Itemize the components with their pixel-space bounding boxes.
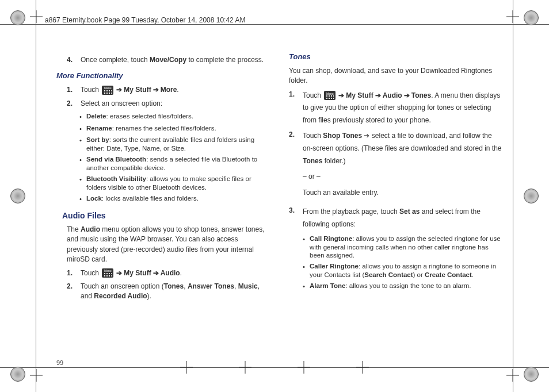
t2-b1: Shop Tones <box>323 132 362 140</box>
af1-b2: Audio <box>161 269 180 277</box>
bullet-dot: • <box>303 262 310 279</box>
af1-touch: Touch <box>81 269 101 277</box>
bullet-lock: •Lock: locks available files and folders… <box>79 194 269 204</box>
t3-b: Set as <box>399 207 420 216</box>
crop-target-br <box>524 367 539 382</box>
af-step-2: 2. Touch an onscreen option (Tones, Answ… <box>67 282 269 302</box>
af2-body: Touch an onscreen option (Tones, Answer … <box>81 282 269 302</box>
crop-plus-b3 <box>298 361 310 374</box>
step-4-body: Once complete, touch Move/Copy to comple… <box>81 55 269 65</box>
bullet-lock-b: Lock <box>86 195 102 202</box>
alarm-b: Alarm Tone <box>310 282 345 289</box>
t1-touch: Touch <box>303 91 323 99</box>
af2-b4: Recorded Audio <box>94 292 147 300</box>
t2-b2: Tones <box>303 157 322 165</box>
arrow-icon: ➔ <box>375 90 381 102</box>
mf1-touch: Touch <box>81 86 101 94</box>
menu-icon <box>102 86 113 95</box>
bullet-dot: • <box>79 112 86 122</box>
af2-b2: Answer Tones <box>188 282 234 290</box>
crop-target-ml <box>10 189 25 203</box>
t2-pre: Touch <box>303 132 323 140</box>
callerring-mid: ) or <box>413 271 425 278</box>
t1-b3: Tones <box>411 91 431 99</box>
menu-icon <box>324 91 336 100</box>
t2-touch-avail: Touch an available entry. <box>303 187 502 199</box>
af2-c2: , <box>234 282 238 290</box>
t1-num: 1. <box>289 90 303 127</box>
mf1-end: . <box>177 86 178 94</box>
t2-num: 2. <box>289 130 303 199</box>
bullet-dot: • <box>79 175 86 192</box>
af1-end: . <box>180 269 182 277</box>
crop-plus-tl <box>30 10 43 23</box>
bullet-callerring: •Caller Ringtone: allows you to assign a… <box>303 262 502 279</box>
tones-heading: Tones <box>289 52 502 63</box>
crop-plus-br <box>506 369 519 382</box>
tones-intro: You can shop, download, and save to your… <box>289 66 502 86</box>
arrow-icon: ➔ <box>116 268 122 278</box>
audio-files-heading: Audio Files <box>62 210 269 221</box>
mf2-body: Select an onscreen option: <box>81 99 269 109</box>
bullet-rename: •Rename: renames the selected files/fold… <box>79 124 269 134</box>
crop-plus-b2 <box>239 361 251 374</box>
af2-b1: Tones <box>164 282 184 290</box>
bullet-sortby-b: Sort by <box>86 136 109 143</box>
menu-icon <box>102 268 113 278</box>
bullet-callring: •Call Ringtone: allows you to assign the… <box>303 235 502 260</box>
af2-b3: Music <box>238 282 258 290</box>
audio-para-pre: The <box>67 225 81 233</box>
callring-b: Call Ringtone <box>310 235 352 242</box>
step-4-post: to complete the process. <box>186 56 264 64</box>
t1-body: Touch ➔ My Stuff ➔ Audio ➔ Tones. A menu… <box>303 90 502 127</box>
step-4-num: 4. <box>67 55 81 65</box>
page-content: 4. Once complete, touch Move/Copy to com… <box>56 52 502 358</box>
bullet-btvis-b: Bluetooth Visibility <box>86 175 146 182</box>
t2-or: – or – <box>303 171 502 183</box>
audio-para: The Audio menu option allows you to shop… <box>67 225 269 265</box>
callerring-b: Caller Ringtone <box>310 263 359 270</box>
af1-num: 1. <box>67 268 81 278</box>
mf1-b2: More <box>161 86 177 94</box>
left-column: 4. Once complete, touch Move/Copy to com… <box>56 52 269 358</box>
bullet-btvis: •Bluetooth Visibility: allows you to mak… <box>79 175 269 192</box>
callerring-end: . <box>472 271 474 278</box>
arrow-icon: ➔ <box>153 85 159 95</box>
af2-pre: Touch an onscreen option ( <box>81 282 164 290</box>
bullet-delete-b: Delete <box>86 113 106 120</box>
crop-plus-tr <box>506 10 519 23</box>
mf-step-1: 1. Touch ➔ My Stuff ➔ More. <box>67 85 269 95</box>
page-header-strip: a867 Eternity.book Page 99 Tuesday, Octo… <box>45 16 245 24</box>
step-4-bold: Move/Copy <box>150 56 186 64</box>
af1-body: Touch ➔ My Stuff ➔ Audio. <box>81 268 269 278</box>
bullet-dot: • <box>79 194 86 204</box>
t-step-1: 1. Touch ➔ My Stuff ➔ Audio ➔ Tones. A m… <box>289 90 502 127</box>
crop-target-mr <box>524 189 539 203</box>
arrow-icon: ➔ <box>153 268 159 278</box>
mf1-body: Touch ➔ My Stuff ➔ More. <box>81 85 269 95</box>
bullet-dot: • <box>79 136 86 153</box>
crop-line-right <box>513 0 513 392</box>
bullet-rename-t: : renames the selected files/folders. <box>112 125 216 132</box>
bullet-delete-t: : erases selected files/folders. <box>106 113 194 120</box>
bullet-rename-b: Rename <box>86 125 112 132</box>
crop-line-left <box>36 0 36 392</box>
bullet-alarm: •Alarm Tone: allows you to assign the to… <box>303 282 502 291</box>
af2-num: 2. <box>67 282 81 302</box>
callerring-b3: Create Contact <box>425 271 472 278</box>
af2-c1: , <box>184 282 188 290</box>
t2-post: folder.) <box>322 157 345 165</box>
crop-target-tr <box>524 10 539 25</box>
arrow-icon: ➔ <box>338 90 344 102</box>
alarm-t: : allows you to assign the tone to an al… <box>345 282 471 289</box>
bullet-sortby-t: : sorts the current available files and … <box>86 136 254 152</box>
crop-target-bl <box>10 367 25 382</box>
t2-body: Touch Shop Tones ➔ select a file to down… <box>303 130 502 199</box>
bullet-delete: •Delete: erases selected files/folders. <box>79 112 269 122</box>
page-number: 99 <box>56 359 63 366</box>
crop-plus-b1 <box>180 361 193 374</box>
more-functionality-heading: More Functionality <box>56 71 269 82</box>
mf1-b1: My Stuff <box>124 86 151 94</box>
bullet-dot: • <box>79 155 86 172</box>
callerring-b2: Search Contact <box>364 271 413 278</box>
